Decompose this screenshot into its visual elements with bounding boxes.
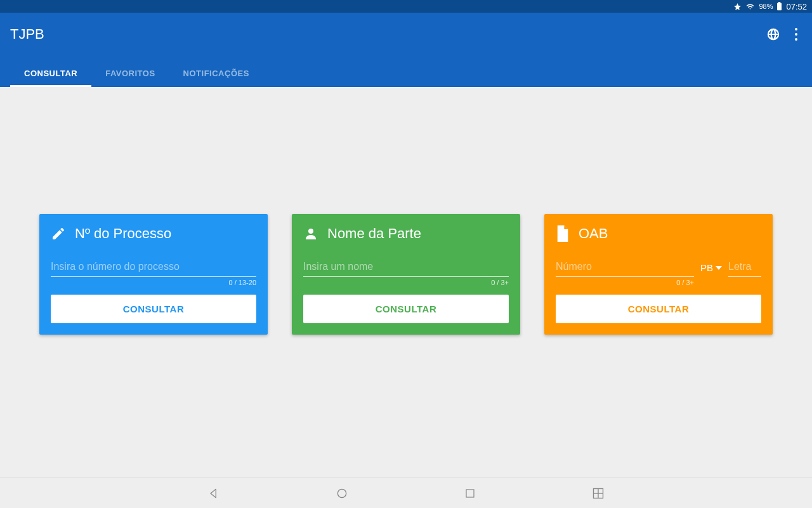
app-title: TJPB [10,26,44,43]
app-bar: TJPB CONSULTAR FAVORITOS NOTIFICAÇÕES [0,13,812,87]
content: Nº do Processo 0 / 13-20 CONSULTAR Nome … [0,87,812,478]
card-oab: OAB 0 / 3+ PB Letra CONSULTAR [544,214,773,335]
android-nav-bar [0,478,812,508]
oab-letra-input[interactable]: Letra [728,258,761,277]
nav-recent-icon[interactable] [463,486,477,500]
parte-input[interactable] [303,258,509,277]
processo-counter: 0 / 13-20 [229,279,256,286]
more-icon[interactable] [794,27,798,41]
pencil-icon [51,226,66,241]
card-parte: Nome da Parte 0 / 3+ CONSULTAR [292,214,520,335]
oab-uf-select[interactable]: PB [700,262,722,277]
tab-favoritos[interactable]: FAVORITOS [91,61,169,87]
processo-input[interactable] [51,258,256,277]
svg-point-4 [795,38,797,41]
card-processo-title: Nº do Processo [75,225,171,242]
nav-back-icon[interactable] [207,486,221,500]
svg-rect-0 [777,3,782,10]
tab-consultar[interactable]: CONSULTAR [10,61,91,87]
battery-icon [776,2,782,11]
oab-uf-value: PB [700,262,713,273]
svg-rect-7 [466,490,474,497]
oab-numero-input[interactable] [556,258,694,277]
clock: 07:52 [786,2,807,11]
processo-consultar-button[interactable]: CONSULTAR [51,295,256,323]
star-icon [733,3,742,11]
status-bar: 98% 07:52 [0,0,812,13]
oab-numero-counter: 0 / 3+ [676,279,694,286]
svg-point-3 [795,33,797,36]
svg-point-6 [337,489,346,497]
globe-icon[interactable] [766,27,780,41]
card-oab-title: OAB [579,225,608,242]
card-processo: Nº do Processo 0 / 13-20 CONSULTAR [39,214,268,335]
oab-consultar-button[interactable]: CONSULTAR [556,295,761,323]
wifi-icon [745,3,755,11]
battery-pct: 98% [759,3,773,10]
svg-point-5 [308,229,313,234]
file-icon [556,225,570,242]
tabs: CONSULTAR FAVORITOS NOTIFICAÇÕES [10,61,802,87]
chevron-down-icon [716,266,722,270]
parte-counter: 0 / 3+ [491,279,509,286]
card-parte-title: Nome da Parte [327,225,421,242]
nav-home-icon[interactable] [335,486,349,500]
screen: 98% 07:52 TJPB CONSULTAR FAVORITOS NOTIF… [0,0,812,508]
parte-consultar-button[interactable]: CONSULTAR [303,295,509,323]
person-icon [303,226,318,241]
svg-rect-1 [778,2,781,3]
nav-grid-icon[interactable] [591,486,605,500]
svg-point-2 [795,28,797,30]
tab-notificacoes[interactable]: NOTIFICAÇÕES [169,61,263,87]
